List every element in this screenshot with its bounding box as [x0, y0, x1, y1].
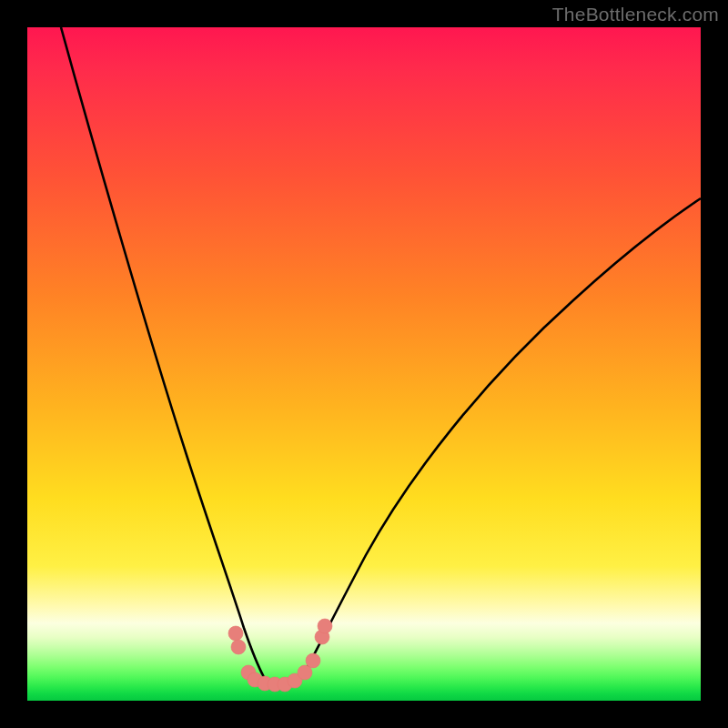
chart-frame: TheBottleneck.com	[0, 0, 728, 728]
curve-layer	[27, 27, 701, 701]
plot-area	[27, 27, 701, 701]
svg-point-11	[318, 619, 332, 633]
watermark-text: TheBottleneck.com	[552, 4, 719, 25]
svg-point-0	[228, 626, 243, 641]
right-branch-curve	[302, 198, 701, 677]
svg-point-9	[306, 653, 320, 668]
svg-point-1	[231, 640, 246, 654]
left-branch-curve	[61, 27, 264, 677]
